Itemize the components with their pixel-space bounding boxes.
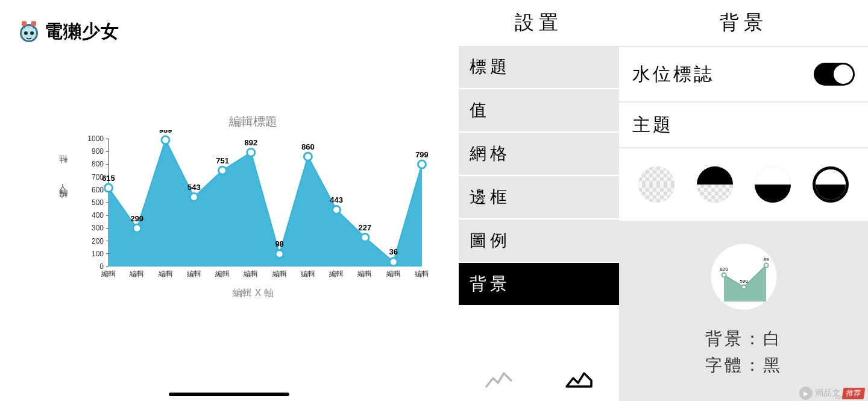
theme-description: 背景：白 字體：黑 xyxy=(705,326,782,379)
theme-preview-zone: 82059089 背景：白 字體：黑 xyxy=(619,221,868,401)
home-indicator xyxy=(169,393,289,396)
settings-list: 標題值網格邊框圖例背景 xyxy=(459,46,619,305)
chart-title[interactable]: 編輯標題 xyxy=(181,113,326,130)
svg-point-2 xyxy=(24,31,28,35)
svg-text:編輯: 編輯 xyxy=(186,270,201,278)
svg-point-44 xyxy=(247,148,255,156)
settings-item-1[interactable]: 值 xyxy=(459,89,619,133)
svg-text:編輯: 編輯 xyxy=(300,270,315,278)
svg-point-32 xyxy=(133,224,141,232)
svg-text:98: 98 xyxy=(275,239,283,248)
svg-text:299: 299 xyxy=(130,214,143,223)
chart-type-tabs xyxy=(459,359,619,401)
svg-text:799: 799 xyxy=(415,150,428,159)
watermark-toggle-row: 水位標誌 xyxy=(619,47,868,103)
svg-text:500: 500 xyxy=(92,198,104,207)
svg-text:443: 443 xyxy=(330,195,343,204)
preview-phone: 電獺少女 編輯 Y 軸 編輯標題 編輯 X 軸 0100200300400500… xyxy=(0,0,458,401)
svg-rect-4 xyxy=(22,21,27,26)
svg-text:100: 100 xyxy=(92,250,104,258)
theme-desc-bg: 背景：白 xyxy=(705,326,782,352)
brand-logo-icon xyxy=(17,20,41,44)
brand-name: 電獺少女 xyxy=(45,19,119,44)
svg-text:編輯: 編輯 xyxy=(129,270,144,278)
settings-item-4[interactable]: 圖例 xyxy=(459,219,619,263)
chart-type-area-tab[interactable] xyxy=(539,359,619,401)
svg-text:820: 820 xyxy=(720,267,728,272)
svg-text:300: 300 xyxy=(92,224,104,232)
svg-text:編輯: 編輯 xyxy=(414,270,428,278)
svg-point-65 xyxy=(722,273,726,277)
background-header: 背景 xyxy=(619,0,868,47)
theme-swatches xyxy=(619,148,868,221)
svg-text:36: 36 xyxy=(389,247,397,256)
svg-text:615: 615 xyxy=(102,174,115,183)
svg-text:編輯: 編輯 xyxy=(215,270,230,278)
svg-text:89: 89 xyxy=(763,257,769,262)
chart-x-axis-title[interactable]: 編輯 X 軸 xyxy=(181,287,326,300)
svg-text:900: 900 xyxy=(92,147,104,156)
svg-text:400: 400 xyxy=(92,211,104,219)
chart-y-axis-title[interactable]: 編輯 Y 軸 xyxy=(57,169,67,205)
svg-point-35 xyxy=(162,136,169,144)
theme-label-row: 主題 xyxy=(619,103,868,148)
settings-item-5[interactable]: 背景 xyxy=(459,263,619,305)
settings-item-0[interactable]: 標題 xyxy=(459,46,619,89)
theme-label: 主題 xyxy=(632,113,673,137)
svg-text:編輯: 編輯 xyxy=(243,270,258,278)
svg-point-67 xyxy=(741,285,746,289)
svg-point-47 xyxy=(275,250,283,258)
svg-text:200: 200 xyxy=(92,237,104,245)
theme-swatch-1[interactable] xyxy=(697,166,733,203)
svg-text:編輯: 編輯 xyxy=(386,270,401,278)
svg-text:989: 989 xyxy=(159,130,172,134)
svg-text:600: 600 xyxy=(92,186,104,194)
svg-text:編輯: 編輯 xyxy=(357,270,372,278)
svg-text:543: 543 xyxy=(187,183,201,192)
settings-item-3[interactable]: 邊框 xyxy=(459,176,619,219)
settings-panel: 設置 標題值網格邊框圖例背景 xyxy=(458,0,619,401)
theme-desc-font: 字體：黑 xyxy=(705,352,782,379)
svg-text:860: 860 xyxy=(301,142,315,151)
settings-item-2[interactable]: 網格 xyxy=(459,133,619,176)
theme-swatch-0[interactable] xyxy=(638,166,675,203)
background-panel: 背景 水位標誌 主題 82059089 背景：白 字體：黑 xyxy=(619,0,868,401)
svg-point-62 xyxy=(418,160,426,168)
svg-point-56 xyxy=(361,233,369,241)
theme-preview-thumb[interactable]: 82059089 xyxy=(711,244,777,310)
settings-header: 設置 xyxy=(459,0,619,46)
svg-point-1 xyxy=(22,26,36,40)
svg-point-38 xyxy=(190,193,198,201)
svg-point-29 xyxy=(105,184,113,192)
svg-text:1000: 1000 xyxy=(87,134,104,143)
chart-canvas[interactable]: 01002003004005006007008009001000615編輯299… xyxy=(78,130,428,287)
svg-point-69 xyxy=(764,263,768,267)
svg-text:編輯: 編輯 xyxy=(101,270,116,278)
watermark-toggle[interactable] xyxy=(814,63,855,86)
chart-type-line-tab[interactable] xyxy=(459,359,539,401)
play-icon: ▶ xyxy=(799,387,813,400)
svg-text:編輯: 編輯 xyxy=(158,270,173,278)
svg-text:編輯: 編輯 xyxy=(272,270,287,278)
svg-rect-5 xyxy=(31,21,36,26)
theme-swatch-2[interactable] xyxy=(755,166,791,203)
svg-text:590: 590 xyxy=(740,279,748,284)
svg-point-41 xyxy=(219,166,227,174)
site-watermark: ▶ 潮品文 推荐 ayxhk.com xyxy=(799,387,864,400)
theme-swatch-3[interactable] xyxy=(813,166,849,203)
svg-point-53 xyxy=(333,206,341,214)
svg-text:892: 892 xyxy=(245,138,258,147)
svg-point-50 xyxy=(304,153,312,160)
svg-point-3 xyxy=(30,31,34,35)
brand: 電獺少女 xyxy=(17,19,119,44)
watermark-toggle-label: 水位標誌 xyxy=(632,62,714,87)
svg-point-59 xyxy=(389,258,397,266)
svg-text:227: 227 xyxy=(359,223,372,232)
watermark-url: ayxhk.com xyxy=(834,394,863,400)
svg-text:編輯: 編輯 xyxy=(329,270,344,278)
svg-text:751: 751 xyxy=(216,156,229,165)
svg-text:800: 800 xyxy=(92,160,104,168)
